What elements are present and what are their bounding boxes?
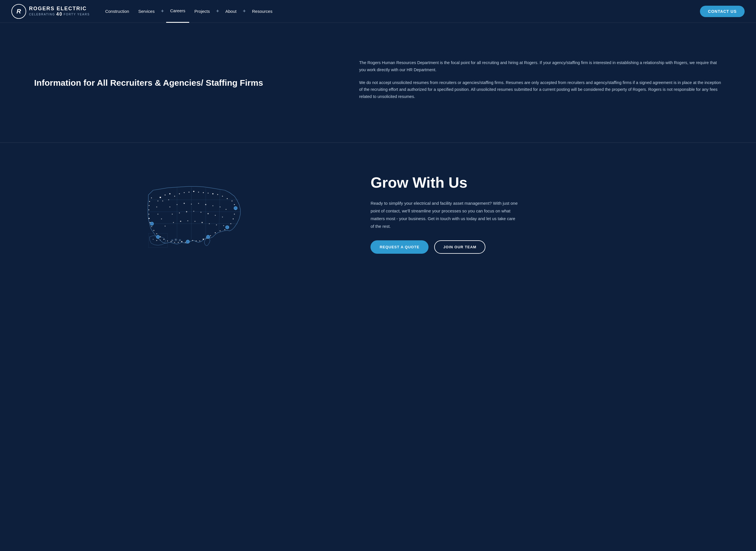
svg-point-75 [180,221,181,222]
us-map-svg [134,174,254,254]
svg-point-69 [193,211,194,211]
svg-point-54 [149,205,149,206]
svg-point-58 [177,204,178,205]
svg-point-26 [233,218,234,219]
svg-point-86 [158,200,158,201]
svg-point-79 [209,223,210,224]
recruiters-content: The Rogers Human Resources Department is… [359,59,722,106]
svg-point-20 [222,196,223,196]
svg-point-96 [156,240,157,241]
svg-point-59 [184,203,185,204]
svg-point-42 [174,242,175,242]
nav-item-resources[interactable]: Resources [248,0,277,23]
logo-subtitle: CELEBRATING 40 FORTY YEARS [29,12,90,17]
svg-point-37 [192,240,193,241]
nav-item-careers[interactable]: Careers [166,0,189,23]
svg-point-73 [222,216,223,217]
svg-point-93 [156,235,160,238]
svg-point-16 [203,192,204,193]
svg-point-62 [205,204,206,205]
svg-line-3 [219,189,220,233]
svg-point-94 [150,222,154,225]
logo[interactable]: R ROGERS ELECTRIC CELEBRATING 40 FORTY Y… [11,4,90,19]
svg-point-18 [212,193,213,194]
svg-point-15 [198,192,199,192]
svg-point-104 [180,240,180,240]
svg-point-52 [149,213,149,214]
svg-point-17 [208,192,209,193]
nav-item-services[interactable]: Services [134,0,159,23]
svg-point-60 [191,203,192,204]
svg-point-14 [193,191,194,192]
svg-point-65 [226,209,226,210]
svg-point-53 [149,209,149,210]
svg-point-30 [220,230,221,231]
cta-buttons: REQUEST A QUOTE JOIN OUR TEAM [370,240,722,254]
grow-content: Grow With Us Ready to simplify your elec… [370,174,722,254]
svg-point-36 [196,240,197,241]
svg-point-35 [199,240,200,241]
svg-point-89 [234,206,237,210]
us-map [134,174,254,254]
svg-point-21 [227,198,228,199]
main-nav: Construction Services + Careers Projects… [101,0,700,23]
svg-point-9 [169,193,170,194]
svg-point-7 [160,197,161,198]
svg-point-81 [223,225,224,226]
recruiters-section: Information for All Recruiters & Agencie… [0,23,756,142]
nav-item-projects[interactable]: Projects [190,0,214,23]
svg-point-51 [149,218,150,219]
svg-point-56 [151,197,152,198]
svg-point-22 [232,200,232,201]
svg-point-43 [171,241,172,242]
svg-point-8 [165,194,166,195]
svg-point-71 [207,213,209,214]
svg-point-47 [156,233,157,234]
join-team-button[interactable]: JOIN OUR TEAM [434,240,485,254]
svg-point-27 [230,223,231,224]
svg-point-72 [215,215,216,216]
services-expand-icon[interactable]: + [160,7,165,15]
svg-point-88 [168,199,169,200]
svg-point-70 [201,212,201,213]
svg-point-23 [234,204,235,205]
svg-point-68 [186,211,187,212]
svg-point-39 [185,242,186,242]
svg-point-34 [203,238,204,240]
map-area [34,174,370,254]
svg-point-97 [153,239,154,240]
svg-point-91 [207,235,210,238]
site-header: R ROGERS ELECTRIC CELEBRATING 40 FORTY Y… [0,0,756,23]
svg-point-61 [198,203,199,204]
svg-point-32 [210,235,211,236]
recruiters-heading: Information for All Recruiters & Agencie… [34,77,336,88]
svg-point-10 [174,196,175,196]
svg-point-83 [161,218,162,219]
svg-point-19 [217,194,218,195]
grow-heading: Grow With Us [370,174,722,191]
svg-point-64 [220,206,221,207]
svg-point-29 [224,229,225,230]
svg-point-11 [179,193,180,194]
svg-point-63 [213,205,213,206]
request-quote-button[interactable]: REQUEST A QUOTE [370,240,429,254]
svg-point-25 [234,213,235,214]
svg-point-98 [160,239,161,240]
svg-point-80 [216,224,217,225]
contact-us-button[interactable]: CONTACT US [700,6,745,17]
about-expand-icon[interactable]: + [242,7,247,15]
svg-point-45 [164,239,164,240]
svg-point-66 [172,213,173,214]
svg-point-90 [226,225,229,229]
svg-point-74 [173,222,174,223]
svg-point-13 [189,192,189,192]
svg-point-92 [186,240,189,243]
logo-icon: R [11,4,26,19]
svg-point-87 [162,200,163,201]
projects-expand-icon[interactable]: + [215,7,220,15]
nav-item-about[interactable]: About [221,0,240,23]
nav-item-construction[interactable]: Construction [101,0,133,23]
svg-point-85 [156,206,157,207]
svg-point-55 [149,201,150,202]
svg-point-57 [170,206,170,207]
